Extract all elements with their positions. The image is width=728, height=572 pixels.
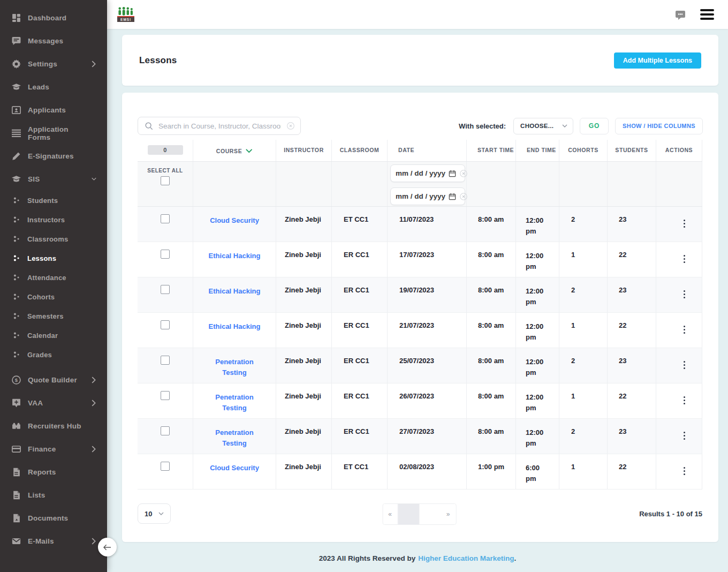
search-box[interactable] [138,117,301,135]
sidebar-item-application-forms[interactable]: Application Forms [0,122,107,145]
course-link[interactable]: Penetration Testing [204,392,264,413]
sidebar-item-vaa[interactable]: VAA [0,392,107,415]
gear-icon [12,59,21,69]
sidebar: Dashboard Messages Settings Leads Applic… [0,0,107,572]
sidebar-item-applicants[interactable]: Applicants [0,99,107,122]
cohorts-cell: 1 [559,383,608,418]
sidebar-item-dashboard[interactable]: Dashboard [0,6,107,29]
pager-prev-button[interactable]: « [383,504,398,524]
sidebar-item-e-mails[interactable]: E-Mails [0,530,107,553]
sidebar-item-calendar[interactable]: Calendar [0,326,107,345]
page-header-card: Lessons Add Multiple Lessons [122,35,718,86]
page-button-1[interactable] [398,504,419,524]
sidebar-item-classrooms[interactable]: Classrooms [0,229,107,249]
course-link[interactable]: Penetration Testing [204,427,264,448]
date-cell: 27/07/2023 [388,419,467,454]
row-checkbox[interactable] [161,462,170,471]
row-checkbox[interactable] [161,250,170,259]
classroom-cell: ER CC1 [332,313,388,348]
dollar-icon: $ [12,375,21,385]
row-actions-button[interactable] [680,466,688,476]
classroom-cell: ER CC1 [332,383,388,418]
go-button[interactable]: GO [580,118,609,134]
row-checkbox[interactable] [161,285,170,294]
with-selected-dropdown[interactable]: CHOOSE... [513,118,573,134]
show-hide-columns-button[interactable]: SHOW / HIDE COLUMNS [615,118,703,134]
page-content: Lessons Add Multiple Lessons [107,29,728,545]
hamburger-menu-icon[interactable] [700,8,714,21]
dashboard-icon [12,13,21,22]
select-all-checkbox[interactable] [161,176,170,185]
sidebar-collapse-button[interactable] [98,538,117,556]
row-checkbox[interactable] [161,214,170,223]
sidebar-item-quote-builder[interactable]: $ Quote Builder [0,368,107,392]
search-input[interactable] [157,122,282,131]
course-link[interactable]: Ethical Hacking [209,321,261,332]
row-checkbox[interactable] [161,320,170,329]
page-button-2[interactable] [419,504,441,524]
end-time-cell: 12:00 pm [526,215,548,236]
chat-bubble-icon [674,9,686,20]
sidebar-item-documents[interactable]: Documents [0,507,107,530]
sidebar-item-cohorts[interactable]: Cohorts [0,287,107,306]
row-actions-button[interactable] [680,289,688,299]
sidebar-item-students[interactable]: Students [0,191,107,210]
pager-next-button[interactable]: » [441,504,456,524]
sidebar-item-semesters[interactable]: Semesters [0,306,107,326]
course-link[interactable]: Ethical Hacking [209,251,261,261]
date-filter-from[interactable]: mm / dd / yyyy [390,164,465,182]
sidebar-item-reports[interactable]: Reports [0,461,107,484]
classroom-cell: ER CC1 [332,348,388,383]
row-actions-button[interactable] [680,325,688,335]
sidebar-item-grades[interactable]: Grades [0,345,107,364]
row-checkbox[interactable] [161,426,170,435]
cohorts-cell: 2 [559,348,608,383]
row-actions-button[interactable] [680,254,688,264]
date-placeholder: mm / dd / yyyy [396,169,445,177]
add-multiple-lessons-button[interactable]: Add Multiple Lessons [614,52,701,69]
with-selected-label: With selected: [459,122,506,130]
date-filter-to[interactable]: mm / dd / yyyy [390,187,465,205]
sidebar-item-finance[interactable]: Finance [0,438,107,461]
nodes-icon [13,254,20,262]
sidebar-item-lessons[interactable]: Lessons [0,249,107,268]
calendar-icon[interactable] [449,193,456,200]
lesson-row: Ethical Hacking Zineb Jebji ER CC1 17/07… [138,242,702,277]
search-clear-icon[interactable] [286,122,295,130]
sidebar-item-lists[interactable]: Lists [0,484,107,507]
instructor-cell: Zineb Jebji [276,383,332,418]
sidebar-item-recruiters-hub[interactable]: Recruiters Hub [0,415,107,438]
lesson-row: Cloud Security Zineb Jebji ET CC1 11/07/… [138,207,702,242]
sidebar-item-messages[interactable]: Messages [0,29,107,52]
cohorts-cell: 2 [559,277,608,312]
course-link[interactable]: Ethical Hacking [209,286,261,297]
footer-link[interactable]: Higher Education Marketing [418,554,514,562]
row-actions-button[interactable] [680,431,688,441]
row-actions-button[interactable] [680,219,688,229]
chevron-right-icon [92,446,96,453]
instructor-cell: Zineb Jebji [276,348,332,383]
sidebar-item-instructors[interactable]: Instructors [0,210,107,229]
students-cell: 22 [608,454,656,489]
chat-button[interactable] [674,9,686,20]
row-checkbox[interactable] [161,356,170,365]
instructor-cell: Zineb Jebji [276,419,332,454]
sidebar-item-attendance[interactable]: Attendance [0,268,107,287]
classroom-cell: ER CC1 [332,419,388,454]
sidebar-item-settings[interactable]: Settings [0,52,107,76]
column-header-course[interactable]: COURSE [216,148,242,154]
course-link[interactable]: Cloud Security [210,463,259,473]
course-link[interactable]: Cloud Security [210,215,259,226]
emsi-logo[interactable]: EMSI [117,7,135,22]
row-checkbox[interactable] [161,391,170,400]
sidebar-item-leads[interactable]: Leads [0,76,107,99]
sidebar-item-e-signatures[interactable]: E-Signatures [0,145,107,168]
row-actions-button[interactable] [680,360,688,370]
instructor-cell: Zineb Jebji [276,207,332,242]
sidebar-item-sis[interactable]: SIS [0,168,107,191]
course-link[interactable]: Penetration Testing [204,357,264,378]
calendar-icon[interactable] [449,170,456,177]
start-time-cell: 8:00 am [467,419,516,454]
page-size-select[interactable]: 10 [138,503,171,524]
row-actions-button[interactable] [680,395,688,405]
